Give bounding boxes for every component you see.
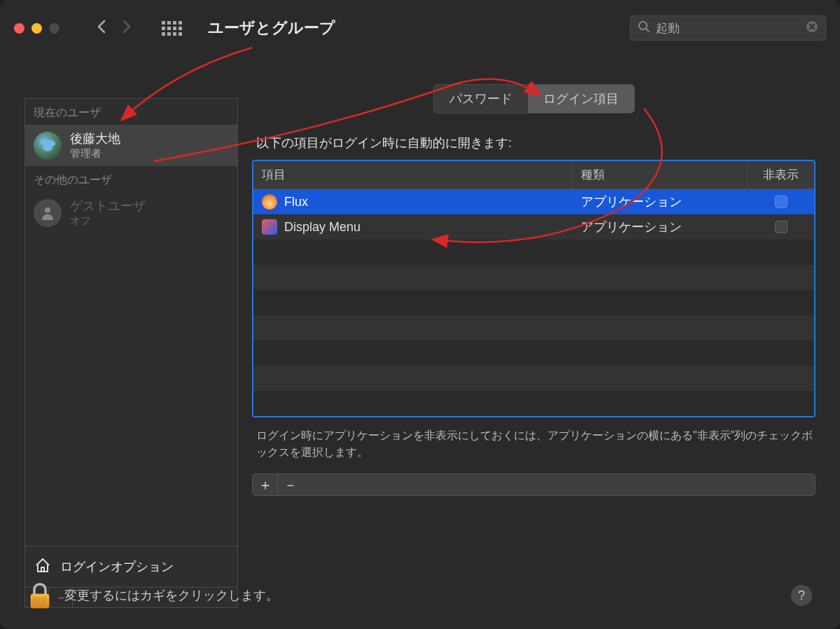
- hide-checkbox[interactable]: [775, 195, 788, 208]
- table-row[interactable]: Flux アプリケーション: [253, 189, 814, 214]
- column-header-hide[interactable]: 非表示: [748, 161, 814, 188]
- empty-row: [253, 240, 814, 265]
- empty-row: [253, 315, 814, 340]
- app-icon: [262, 219, 277, 235]
- add-item-button[interactable]: ＋: [253, 474, 278, 495]
- search-icon: [638, 20, 650, 36]
- tab-group: パスワード ログイン項目: [433, 84, 635, 113]
- app-kind-label: アプリケーション: [573, 193, 748, 210]
- app-name-label: Display Menu: [284, 220, 360, 235]
- other-users-section-label: その他のユーザ: [25, 166, 237, 192]
- table-row[interactable]: Display Menu アプリケーション: [253, 214, 814, 240]
- login-options-label: ログインオプション: [60, 558, 174, 575]
- back-button[interactable]: [96, 18, 107, 38]
- help-button[interactable]: ?: [791, 585, 812, 606]
- app-name-label: Flux: [284, 195, 308, 209]
- sidebar-item-guest-user[interactable]: ゲストユーザ オフ: [25, 192, 237, 233]
- column-header-kind[interactable]: 種類: [573, 161, 748, 188]
- user-role-label: 管理者: [70, 147, 120, 160]
- login-items-table: 項目 種類 非表示 Flux アプリケーション: [252, 160, 816, 417]
- user-name-label: 後藤大地: [70, 130, 120, 147]
- minimize-window-button[interactable]: [31, 23, 42, 34]
- empty-row: [253, 265, 814, 290]
- user-avatar-icon: [34, 132, 62, 160]
- app-kind-label: アプリケーション: [573, 219, 748, 235]
- user-info: 後藤大地 管理者: [70, 130, 120, 160]
- guest-name-label: ゲストユーザ: [70, 198, 146, 214]
- traffic-lights: [14, 23, 59, 34]
- forward-button[interactable]: [121, 18, 132, 38]
- show-all-icon[interactable]: [162, 21, 182, 36]
- footer: 変更するにはカギをクリックします。 ?: [28, 581, 812, 609]
- guest-status-label: オフ: [70, 214, 146, 228]
- guest-info: ゲストユーザ オフ: [70, 198, 146, 228]
- titlebar: ユーザとグループ: [0, 0, 840, 56]
- lock-icon[interactable]: [28, 581, 52, 609]
- empty-row: [253, 366, 814, 391]
- table-body: Flux アプリケーション Display Menu アプリケーション: [253, 189, 814, 416]
- lock-text-label: 変更するにはカギをクリックします。: [64, 587, 279, 604]
- main-panel: パスワード ログイン項目 以下の項目がログイン時に自動的に開きます: 項目 種類…: [252, 84, 816, 608]
- users-sidebar: 現在のユーザ 後藤大地 管理者 その他のユーザ ゲストユーザ オフ: [24, 98, 238, 608]
- sidebar-item-current-user[interactable]: 後藤大地 管理者: [25, 125, 237, 166]
- zoom-window-button[interactable]: [49, 23, 59, 34]
- tab-login-items[interactable]: ログイン項目: [528, 85, 634, 113]
- clear-search-icon[interactable]: [806, 20, 818, 36]
- table-header: 項目 種類 非表示: [253, 161, 814, 189]
- window-title: ユーザとグループ: [208, 18, 335, 39]
- hide-checkbox[interactable]: [775, 221, 788, 233]
- content: 現在のユーザ 後藤大地 管理者 その他のユーザ ゲストユーザ オフ: [0, 56, 840, 629]
- tab-password[interactable]: パスワード: [434, 85, 528, 113]
- app-icon: [262, 194, 277, 209]
- svg-line-1: [646, 29, 649, 32]
- close-window-button[interactable]: [14, 23, 24, 34]
- tabs: パスワード ログイン項目: [252, 84, 816, 113]
- remove-item-button[interactable]: －: [278, 474, 303, 495]
- search-input[interactable]: [656, 21, 806, 35]
- add-remove-buttons: ＋ －: [252, 474, 816, 496]
- svg-point-3: [45, 207, 50, 213]
- guest-avatar-icon: [34, 199, 62, 227]
- preferences-window: ユーザとグループ 現在のユーザ 後藤大地 管理者 その他のユーザ: [0, 0, 840, 629]
- empty-row: [253, 290, 814, 315]
- current-user-section-label: 現在のユーザ: [25, 99, 237, 125]
- hint-label: ログイン時にアプリケーションを非表示にしておくには、アプリケーションの横にある"…: [252, 427, 816, 461]
- instruction-label: 以下の項目がログイン時に自動的に開きます:: [252, 134, 816, 151]
- empty-row: [253, 340, 814, 366]
- column-header-item[interactable]: 項目: [253, 161, 573, 188]
- nav-arrows: [96, 18, 132, 38]
- empty-row: [253, 391, 814, 416]
- house-icon: [34, 556, 52, 577]
- search-box[interactable]: [630, 15, 826, 41]
